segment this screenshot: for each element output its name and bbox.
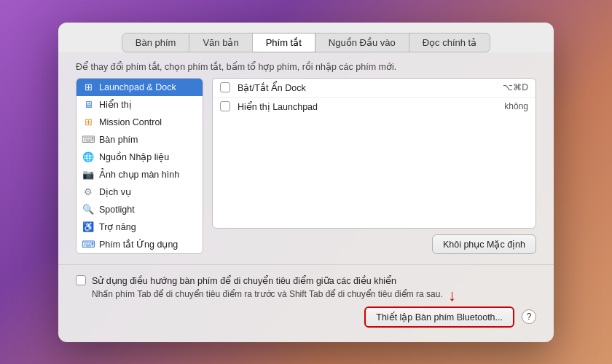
sidebar-item-label-anh-chup-man-hinh: Ảnh chụp màn hình: [99, 169, 179, 180]
sidebar-item-label-dich-vu: Dịch vụ: [99, 186, 131, 197]
bottom-check-row: Sử dụng điều hướng bàn phím để di chuyển…: [76, 275, 536, 286]
sidebar-item-dich-vu[interactable]: ⚙ Dịch vụ: [76, 183, 203, 201]
restore-defaults-button[interactable]: Khôi phục Mặc định: [432, 234, 536, 254]
tab-nguon-dau-vao[interactable]: Nguồn Đầu vào: [315, 33, 409, 52]
spotlight-icon: 🔍: [82, 204, 94, 215]
sidebar-item-label-ban-phim: Bàn phím: [99, 135, 138, 145]
bottom-section: Sử dụng điều hướng bàn phím để di chuyển…: [58, 264, 554, 328]
keyboard-nav-checkbox[interactable]: [76, 275, 86, 285]
shortcut-label-bat-tat-an-dock: Bật/Tắt Ẩn Dock: [238, 82, 495, 93]
shortcut-key-bat-tat-an-dock: ⌥⌘D: [503, 82, 528, 92]
sidebar-item-label-spotlight: Spotlight: [99, 205, 135, 215]
shortcuts-table: Bật/Tắt Ẩn Dock ⌥⌘D Hiển thị Launchpad k…: [212, 78, 536, 229]
tab-ban-phim[interactable]: Bàn phím: [122, 33, 190, 52]
nguon-nhap-lieu-icon: 🌐: [82, 151, 94, 163]
right-panel: Bật/Tắt Ẩn Dock ⌥⌘D Hiển thị Launchpad k…: [212, 78, 536, 254]
shortcut-label-hien-thi-launchpad: Hiển thị Launchpad: [238, 101, 497, 112]
anh-chup-icon: 📷: [82, 169, 94, 181]
red-arrow-indicator: ↓: [448, 286, 456, 305]
dich-vu-icon: ⚙: [82, 186, 94, 198]
tabs-bar: Bàn phím Văn bản Phím tắt Nguồn Đầu vào …: [58, 23, 554, 52]
sidebar-item-label-mission-control: Mission Control: [99, 117, 162, 127]
sidebar-item-mission-control[interactable]: ⊞ Mission Control: [76, 114, 203, 131]
bottom-actions: ↓ Thiết lập Bàn phím Bluetooth... ?: [76, 306, 536, 328]
preferences-window: Bàn phím Văn bản Phím tắt Nguồn Đầu vào …: [58, 23, 554, 342]
sidebar-item-launchpad-dock[interactable]: ⊞ Launchpad & Dock: [76, 79, 203, 96]
sidebar-item-label-launchpad-dock: Launchpad & Dock: [99, 82, 176, 92]
ban-phim-icon: ⌨: [82, 134, 94, 146]
tro-nang-icon: ♿: [82, 221, 94, 233]
restore-row: Khôi phục Mặc định: [212, 234, 536, 254]
main-content: ⊞ Launchpad & Dock 🖥 Hiển thị ⊞ Mission …: [58, 78, 554, 254]
launchpad-dock-icon: ⊞: [82, 82, 94, 93]
tab-van-ban[interactable]: Văn bản: [189, 33, 252, 52]
sidebar-item-phim-tat-ung-dung[interactable]: ⌨ Phím tắt Ứng dụng: [76, 236, 203, 253]
keyboard-nav-description: Nhấn phím Tab để di chuyển tiêu điểm ra …: [92, 289, 536, 299]
shortcut-row-bat-tat-an-dock: Bật/Tắt Ẩn Dock ⌥⌘D: [213, 79, 536, 98]
phim-tat-ung-dung-icon: ⌨: [82, 239, 94, 250]
sidebar-item-ban-phim[interactable]: ⌨ Bàn phím: [76, 131, 203, 149]
instructions-text: Để thay đổi phím tắt, chọn phím tắt, bấm…: [58, 52, 554, 78]
shortcut-checkbox-bat-tat-an-dock[interactable]: [220, 82, 230, 92]
hien-thi-icon: 🖥: [82, 99, 94, 111]
sidebar-item-hien-thi[interactable]: 🖥 Hiển thị: [76, 96, 203, 114]
sidebar-item-spotlight[interactable]: 🔍 Spotlight: [76, 201, 203, 218]
sidebar-item-label-phim-tat-ung-dung: Phím tắt Ứng dụng: [99, 239, 178, 250]
help-button[interactable]: ?: [522, 309, 536, 324]
tab-phim-tat[interactable]: Phím tắt: [253, 33, 315, 52]
shortcut-checkbox-hien-thi-launchpad[interactable]: [220, 101, 230, 111]
mission-control-icon: ⊞: [82, 116, 94, 128]
sidebar-item-tro-nang[interactable]: ♿ Trợ năng: [76, 218, 203, 236]
sidebar-item-anh-chup-man-hinh[interactable]: 📷 Ảnh chụp màn hình: [76, 166, 203, 183]
keyboard-nav-label: Sử dụng điều hướng bàn phím để di chuyển…: [92, 275, 396, 286]
sidebar-item-label-tro-nang: Trợ năng: [99, 221, 136, 232]
bluetooth-setup-button[interactable]: Thiết lập Bàn phím Bluetooth...: [364, 306, 514, 328]
shortcut-row-hien-thi-launchpad: Hiển thị Launchpad không: [213, 98, 536, 116]
sidebar: ⊞ Launchpad & Dock 🖥 Hiển thị ⊞ Mission …: [76, 78, 203, 254]
shortcut-key-hien-thi-launchpad: không: [504, 101, 528, 111]
sidebar-item-label-hien-thi: Hiển thị: [99, 99, 132, 110]
tab-doc-chinh-ta[interactable]: Đọc chính tả: [409, 33, 491, 52]
sidebar-item-label-nguon-nhap-lieu: Nguồn Nhập liệu: [99, 151, 169, 162]
sidebar-item-nguon-nhap-lieu[interactable]: 🌐 Nguồn Nhập liệu: [76, 149, 203, 166]
